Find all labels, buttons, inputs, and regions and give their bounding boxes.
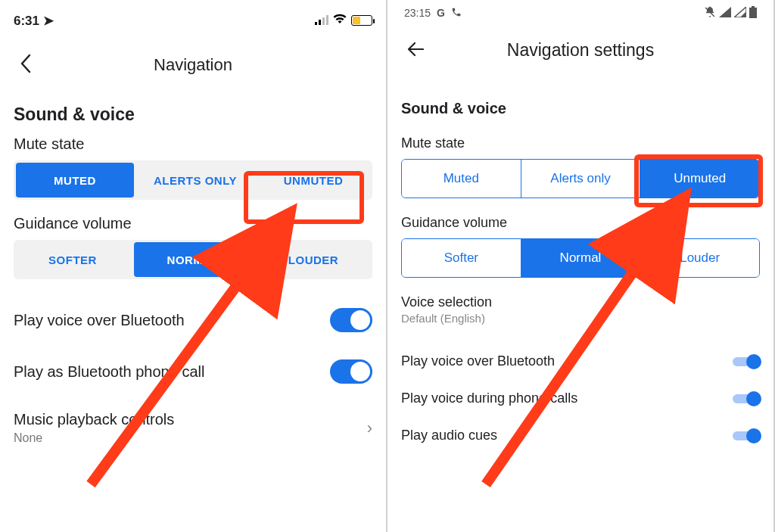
switch-bluetooth[interactable] xyxy=(330,308,372,332)
ios-status-time: 6:31 ➤ xyxy=(14,13,54,29)
battery-icon xyxy=(351,15,372,26)
guidance-option-normal[interactable]: Normal xyxy=(521,239,641,277)
row-play-voice-during-calls[interactable]: Play voice during phone calls xyxy=(401,380,760,417)
battery-icon xyxy=(749,6,757,20)
row-label: Play voice during phone calls xyxy=(401,390,577,406)
row-label: Play as Bluetooth phone call xyxy=(14,363,204,381)
page-title: Navigation settings xyxy=(507,40,654,61)
row-label: Play audio cues xyxy=(401,428,497,443)
guidance-option-normal[interactable]: NORMAL xyxy=(134,242,252,277)
row-play-voice-bluetooth[interactable]: Play voice over Bluetooth xyxy=(14,294,372,346)
android-status-bar: 23:15 G xyxy=(401,0,760,26)
back-button[interactable] xyxy=(14,49,38,81)
location-arrow-icon: ➤ xyxy=(43,14,54,28)
back-button[interactable] xyxy=(401,36,430,64)
mute-bell-icon xyxy=(704,6,716,20)
guidance-volume-label: Guidance volume xyxy=(14,215,372,232)
guidance-option-softer[interactable]: SOFTER xyxy=(14,240,132,279)
row-voice-selection[interactable]: Voice selection Default (English) xyxy=(401,294,760,325)
mute-state-segmented: MUTED ALERTS ONLY UNMUTED xyxy=(14,160,372,200)
mute-state-label: Mute state xyxy=(14,135,372,153)
signal-icon xyxy=(315,16,328,25)
mute-option-unmuted[interactable]: UNMUTED xyxy=(254,160,372,200)
ios-screen: 6:31 ➤ Navigation Sound & voice Mute sta… xyxy=(0,0,388,532)
switch-during-calls[interactable] xyxy=(733,391,760,406)
row-label: Play voice over Bluetooth xyxy=(14,312,185,329)
row-music-playback[interactable]: Music playback controls None › xyxy=(14,397,372,445)
page-title: Navigation xyxy=(154,55,232,75)
nav-header: Navigation settings xyxy=(401,26,760,74)
mute-state-label: Mute state xyxy=(401,135,760,151)
mute-option-muted[interactable]: Muted xyxy=(402,160,521,198)
row-subtext: Default (English) xyxy=(401,312,760,325)
guidance-volume-label: Guidance volume xyxy=(401,215,760,231)
row-label: Play voice over Bluetooth xyxy=(401,353,555,369)
mute-option-muted[interactable]: MUTED xyxy=(16,163,134,198)
mute-option-alerts[interactable]: ALERTS ONLY xyxy=(136,160,254,200)
row-play-as-bt-call[interactable]: Play as Bluetooth phone call xyxy=(14,346,372,397)
android-status-time: 23:15 xyxy=(404,7,431,19)
signal-icon-2 xyxy=(734,7,746,20)
guidance-volume-segmented: SOFTER NORMAL LOUDER xyxy=(14,240,372,279)
row-subtext: None xyxy=(14,431,174,445)
row-label: Music playback controls xyxy=(14,411,174,428)
wifi-icon xyxy=(333,14,347,27)
switch-bluetooth[interactable] xyxy=(733,354,760,369)
ios-status-bar: 6:31 ➤ xyxy=(14,0,372,41)
mute-state-segmented: Muted Alerts only Unmuted xyxy=(401,159,760,198)
row-play-audio-cues[interactable]: Play audio cues xyxy=(401,417,760,454)
row-label: Voice selection xyxy=(401,294,760,310)
svg-rect-3 xyxy=(752,6,755,8)
signal-icon xyxy=(719,7,731,20)
svg-rect-2 xyxy=(749,8,757,18)
mute-option-alerts[interactable]: Alerts only xyxy=(521,160,641,198)
guidance-option-louder[interactable]: LOUDER xyxy=(254,240,372,279)
section-sound-voice: Sound & voice xyxy=(14,104,372,125)
phone-icon xyxy=(451,7,462,20)
guidance-option-louder[interactable]: Louder xyxy=(640,239,759,277)
row-play-voice-bluetooth[interactable]: Play voice over Bluetooth xyxy=(401,343,760,380)
guidance-option-softer[interactable]: Softer xyxy=(402,239,521,277)
guidance-volume-segmented: Softer Normal Louder xyxy=(401,238,760,278)
google-icon: G xyxy=(437,7,445,19)
nav-header: Navigation xyxy=(14,41,372,89)
mute-option-unmuted[interactable]: Unmuted xyxy=(640,160,759,198)
chevron-right-icon: › xyxy=(367,418,372,438)
section-sound-voice: Sound & voice xyxy=(401,100,760,117)
switch-bt-call[interactable] xyxy=(330,359,372,384)
switch-audio-cues[interactable] xyxy=(733,428,760,443)
android-screen: 23:15 G Navigation settings So xyxy=(388,0,775,532)
